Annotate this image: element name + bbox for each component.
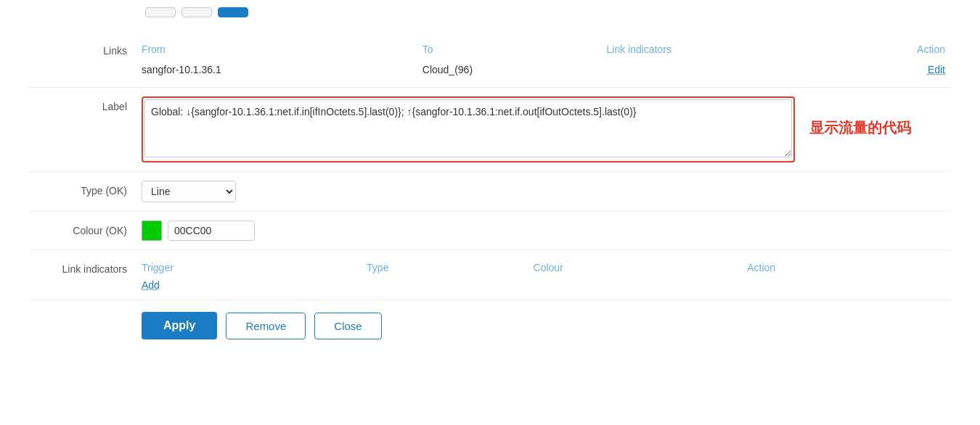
label-row: Label 显示流量的代码 (29, 88, 951, 172)
ind-col-trigger: Trigger (142, 259, 367, 279)
type-select[interactable]: Line Bold Line Dashed Line Dotted Line (142, 181, 236, 202)
ind-col-type: Type (367, 259, 534, 279)
label-row-inner: 显示流量的代码 (142, 96, 951, 162)
indicators-add-cell: Add (142, 279, 951, 291)
colour-row: Colour (OK) (29, 212, 951, 250)
type-row: Type (OK) Line Bold Line Dashed Line Dot… (29, 172, 951, 212)
close-button[interactable]: Close (314, 313, 381, 339)
remove-button[interactable]: Remove (226, 313, 306, 339)
chinese-annotation: 显示流量的代码 (809, 118, 911, 138)
link-indicators-row: Link indicators Trigger Type Colour Acti… (29, 250, 951, 300)
type-label: Type (OK) (29, 181, 142, 197)
links-content: From To Link indicators Action sangfor-1… (142, 41, 951, 78)
link-indicators-label: Link indicators (29, 259, 142, 275)
link-indicators-content: Trigger Type Colour Action Add (142, 259, 951, 291)
indicators-add-row: Add (142, 279, 951, 291)
ind-col-colour: Colour (534, 259, 748, 279)
tab-1[interactable] (145, 7, 176, 17)
cell-from: sangfor-10.1.36.1 (142, 61, 422, 78)
label-content: 显示流量的代码 (142, 96, 951, 162)
main-container: Links From To Link indicators Action san… (0, 0, 980, 361)
indicators-table: Trigger Type Colour Action Add (142, 259, 951, 291)
links-row: Links From To Link indicators Action san… (29, 32, 951, 88)
links-label: Links (29, 41, 142, 57)
edit-link[interactable]: Edit (928, 64, 945, 75)
col-action: Action (839, 41, 951, 61)
colour-label: Colour (OK) (29, 220, 142, 236)
label-textarea-wrapper (142, 96, 795, 162)
colour-container (142, 220, 951, 241)
form-section: Links From To Link indicators Action san… (29, 32, 951, 300)
col-link-indicators: Link indicators (607, 41, 839, 61)
cell-action: Edit (839, 61, 951, 78)
label-field-label: Label (29, 96, 142, 112)
type-content: Line Bold Line Dashed Line Dotted Line (142, 181, 951, 202)
label-textarea[interactable] (144, 99, 792, 157)
add-link[interactable]: Add (142, 279, 160, 291)
cell-to: Cloud_(96) (422, 61, 607, 78)
top-tabs (29, 7, 951, 17)
ind-col-action: Action (747, 259, 951, 279)
cell-link-indicators (607, 61, 839, 78)
col-to: To (422, 41, 607, 61)
tab-2[interactable] (181, 7, 212, 17)
colour-input[interactable] (168, 220, 255, 241)
buttons-row: Apply Remove Close (29, 300, 951, 339)
tab-3[interactable] (218, 7, 248, 17)
col-from: From (142, 41, 422, 61)
colour-swatch[interactable] (142, 220, 162, 241)
table-row: sangfor-10.1.36.1 Cloud_(96) Edit (142, 61, 951, 78)
colour-content (142, 220, 951, 241)
apply-button[interactable]: Apply (142, 312, 217, 339)
links-table: From To Link indicators Action sangfor-1… (142, 41, 951, 78)
